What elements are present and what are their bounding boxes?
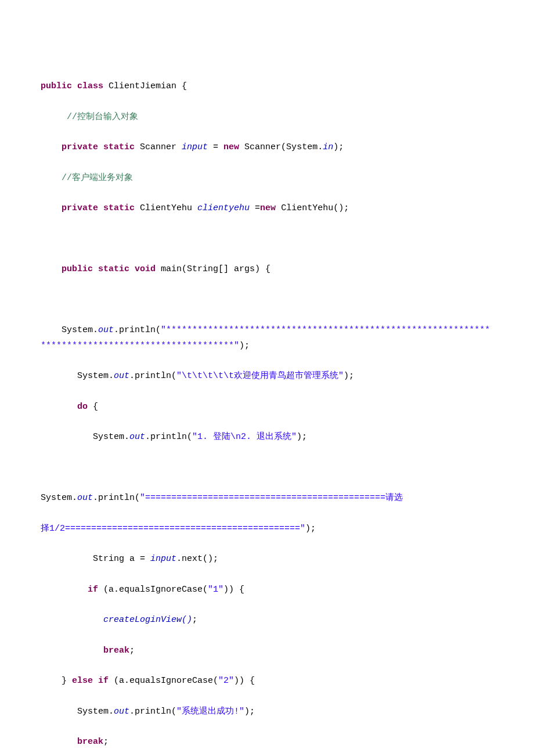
code-line: String a = input.next(); (41, 552, 493, 567)
code-line: private static Scanner input = new Scann… (41, 140, 493, 155)
code-line: System.out.println("1. 登陆\n2. 退出系统"); (41, 430, 493, 445)
code-line: System.out.println("********************… (41, 323, 493, 354)
code-line: if (a.equalsIgnoreCase("1")) { (41, 582, 493, 597)
code-line: createLoginView(); (41, 613, 493, 628)
blank-line (41, 293, 493, 308)
code-line: System.out.println("====================… (41, 491, 493, 506)
code-line: 择1/2====================================… (41, 521, 493, 537)
code-line: break; (41, 735, 493, 750)
code-line: } else if (a.equalsIgnoreCase("2")) { (41, 674, 493, 689)
code-line: public static void main(String[] args) { (41, 262, 493, 277)
code-line: //控制台输入对象 (41, 110, 493, 125)
code-line: break; (41, 643, 493, 658)
code-line: public class ClientJiemian { (41, 79, 493, 94)
code-line: System.out.println("\t\t\t\t\t欢迎使用青鸟超市管理… (41, 369, 493, 384)
code-line: System.out.println("系统退出成功!"); (41, 704, 493, 719)
code-line: do { (41, 399, 493, 415)
document-page: public class ClientJiemian { //控制台输入对象 p… (0, 0, 534, 756)
code-line: private static ClientYehu clientyehu =ne… (41, 201, 493, 216)
blank-line (41, 460, 493, 476)
code-block: public class ClientJiemian { //控制台输入对象 p… (41, 64, 493, 756)
code-line: //客户端业务对象 (41, 171, 493, 186)
blank-line (41, 232, 493, 247)
